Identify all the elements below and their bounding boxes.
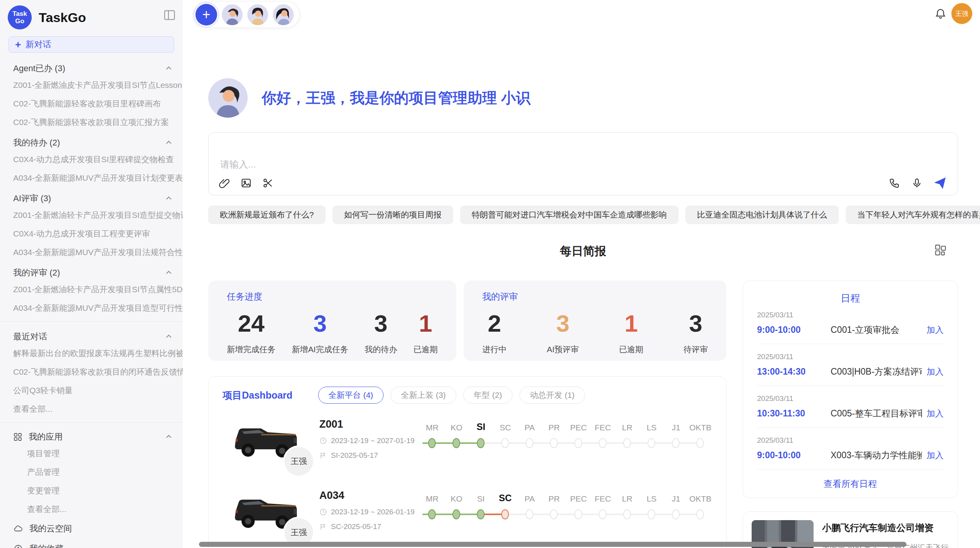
session-avatar[interactable] — [273, 4, 294, 25]
milestone-timeline: MRKO SI SCPA PRPEC FECLR LSJ1 OKTB — [420, 419, 713, 452]
composer-placeholder: 请输入... — [220, 158, 256, 171]
section-recent-chats[interactable]: 最近对话 — [0, 325, 183, 344]
chevron-up-icon[interactable] — [164, 138, 173, 147]
sidebar-item[interactable]: A034-全新新能源MUV产品开发项目造型可行性评审 — [0, 299, 183, 317]
session-avatar[interactable] — [222, 4, 243, 25]
suggestion-chip[interactable]: 特朗普可能对进口汽车增税会对中国车企造成哪些影响 — [460, 206, 678, 224]
dashboard-header: 项目Dashboard 全新平台 (4) 全新上装 (3) 年型 (2) 动总开… — [209, 377, 726, 406]
logo-text-bottom: Go — [15, 17, 24, 25]
user-avatar[interactable]: 王强 — [951, 3, 972, 24]
composer-actions — [889, 176, 947, 190]
stat-review-overdue: 1 已逾期 — [619, 310, 643, 355]
dashboard-title: 项目Dashboard — [223, 389, 293, 402]
chevron-up-icon[interactable] — [164, 432, 173, 442]
layout-grid-icon[interactable] — [934, 243, 947, 258]
view-all-schedule-link[interactable]: 查看所有日程 — [743, 478, 958, 490]
right-column: 日程 2025/03/11 9:00-10:00 C001-立项审批会 加入 2 — [743, 281, 958, 548]
left-column: 任务进度 24 新增完成任务 3 新增AI完成任务 3 — [208, 281, 726, 548]
section-my-review[interactable]: 我的评审 (2) — [0, 262, 183, 280]
filter-model-year[interactable]: 年型 (2) — [463, 387, 513, 404]
session-avatar[interactable] — [247, 4, 268, 25]
schedule-event[interactable]: 2025/03/11 10:30-11:30 C005-整车工程目标评审 加入 — [743, 388, 958, 425]
recent-chat-item[interactable]: 解释最新出台的欧盟报废车法规再生塑料比例被调至15%... — [0, 344, 183, 363]
schedule-event[interactable]: 2025/03/11 9:00-10:00 C001-立项审批会 加入 — [743, 305, 958, 341]
section-my-todo[interactable]: 我的待办 (2) — [0, 132, 183, 150]
plus-icon: + — [15, 39, 21, 51]
section-my-apps[interactable]: 我的应用 — [0, 426, 183, 444]
sidebar-item[interactable]: C0X4-动力总成开发项目工程变更评审 — [0, 224, 183, 243]
divider — [0, 422, 183, 423]
suggestion-chip[interactable]: 当下年轻人对汽车外观有怎样的喜好趋势 — [846, 206, 980, 224]
chevron-up-icon[interactable] — [164, 268, 173, 277]
section-label: 我的评审 (2) — [13, 267, 60, 279]
composer-tools — [219, 177, 274, 189]
view-all-apps-link[interactable]: 查看全部... — [0, 500, 183, 519]
sidebar-item[interactable]: C0X4-动力总成开发项目SI里程碑提交物检查 — [0, 150, 183, 169]
chevron-up-icon[interactable] — [164, 332, 173, 341]
scissors-icon[interactable] — [262, 177, 274, 189]
recent-chat-item[interactable]: 公司Q3轻卡销量 — [0, 381, 183, 400]
milestone-labels: MRKO SI SCPA PRPEC FECLR LSJ1 OKTB — [420, 419, 713, 432]
milestone-labels: MRKO SI SC PAPR PECFEC LRLS J1OKTB — [420, 490, 713, 503]
milestone-timeline: MRKO SI SC PAPR PECFEC LRLS J1OKTB — [420, 490, 713, 523]
section-ai-review[interactable]: AI评审 (3) — [0, 187, 183, 206]
phone-icon[interactable] — [889, 177, 900, 189]
greeting-text: 你好，王强，我是你的项目管理助理 小识 — [262, 88, 531, 108]
image-icon[interactable] — [240, 177, 252, 189]
chevron-up-icon[interactable] — [164, 64, 173, 73]
sidebar-item-cloud[interactable]: 我的云空间 — [0, 519, 183, 539]
sidebar-item-label: 我的云空间 — [29, 523, 72, 534]
sidebar-collapse-icon[interactable] — [163, 9, 176, 22]
recent-chat-item[interactable]: C02-飞腾新能源轻客改款项目的闭环通告反馈情况 — [0, 363, 183, 381]
app-item-change-mgmt[interactable]: 变更管理 — [0, 481, 183, 500]
briefing-columns: 任务进度 24 新增完成任务 3 新增AI完成任务 3 — [208, 281, 958, 548]
send-icon[interactable] — [934, 176, 947, 190]
sidebar-item-favorites[interactable]: 我的收藏 — [0, 539, 183, 548]
clock-icon — [319, 508, 327, 516]
mic-icon[interactable] — [911, 177, 923, 189]
suggestion-chip[interactable]: 欧洲新规最近颁布了什么? — [208, 206, 326, 224]
assistant-avatar — [208, 78, 248, 118]
sidebar-item[interactable]: A034-全新新能源MUV产品开发项目计划变更表编写 — [0, 169, 183, 187]
project-row[interactable]: 王强 A034 2023-12-19 ~ 2026-01-19 — [209, 477, 726, 548]
attachment-icon[interactable] — [219, 177, 230, 189]
app-item-project-mgmt[interactable]: 项目管理 — [0, 444, 183, 463]
section-agent-done[interactable]: Agent已办 (3) — [0, 57, 183, 76]
stat-my-todo: 3 我的待办 — [365, 310, 397, 355]
milestone-dot-done — [452, 509, 460, 519]
chevron-up-icon[interactable] — [164, 194, 173, 203]
join-link[interactable]: 加入 — [927, 450, 944, 461]
sidebar-item[interactable]: A034-全新新能源MUV产品开发项目法规符合性评审 — [0, 243, 183, 262]
horizontal-scrollbar[interactable] — [199, 542, 906, 547]
schedule-event[interactable]: 2025/03/11 9:00-10:00 X003-车辆动力学性能验... 加… — [743, 430, 958, 467]
briefing-title: 每日简报 — [208, 243, 958, 259]
sidebar-item[interactable]: Z001-全新燃油轻卡产品开发项目SI节点属性5D文件评审 — [0, 280, 183, 299]
project-flag: SC-2025-05-17 — [319, 522, 420, 531]
main-area: + 王强 你好，王强 — [183, 0, 980, 548]
new-chat-button[interactable]: + 新对话 — [9, 36, 174, 53]
join-link[interactable]: 加入 — [927, 366, 944, 378]
message-composer[interactable]: 请输入... — [208, 132, 958, 195]
schedule-event[interactable]: 2025/03/11 13:00-14:30 C003|H0B-方案冻结评审 加… — [743, 346, 958, 383]
sidebar-item[interactable]: Z001-全新燃油皮卡产品开发项目SI节点Lesson Learn报告 — [0, 76, 183, 94]
view-all-chats-link[interactable]: 查看全部... — [0, 400, 183, 418]
app-item-product-mgmt[interactable]: 产品管理 — [0, 463, 183, 481]
new-session-button[interactable]: + — [195, 4, 217, 26]
milestone-track — [420, 506, 713, 523]
join-link[interactable]: 加入 — [927, 324, 944, 336]
join-link[interactable]: 加入 — [927, 408, 944, 420]
task-progress-card: 任务进度 24 新增完成任务 3 新增AI完成任务 3 — [208, 281, 456, 361]
notification-bell-icon[interactable] — [934, 7, 947, 21]
filter-new-body[interactable]: 全新上装 (3) — [391, 387, 456, 404]
sidebar-item[interactable]: Z001-全新燃油轻卡产品开发项目SI造型提交物评审 — [0, 206, 183, 224]
suggestion-chip[interactable]: 比亚迪全固态电池计划具体说了什么 — [685, 206, 839, 224]
suggestion-chip[interactable]: 如何写一份清晰的项目周报 — [332, 206, 453, 224]
project-thumbnail: 王强 — [224, 487, 313, 548]
sidebar-item[interactable]: C02-飞腾新能源轻客改款项目里程碑画布 — [0, 94, 183, 113]
sidebar-item[interactable]: C02-飞腾新能源轻客改款项目立项汇报方案 — [0, 113, 183, 132]
project-row[interactable]: 王强 Z001 2023-12-19 ~ 2027-01-19 — [209, 406, 726, 477]
filter-powertrain[interactable]: 动总开发 (1) — [519, 387, 585, 404]
filter-new-platform[interactable]: 全新平台 (4) — [318, 387, 384, 404]
section-label: AI评审 (3) — [13, 193, 51, 204]
divider — [757, 385, 944, 386]
